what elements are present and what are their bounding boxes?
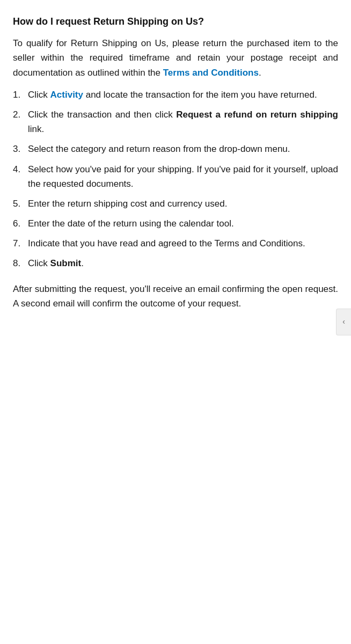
outro-paragraph: After submitting the request, you'll rec… xyxy=(13,282,338,311)
step-7: 7. Indicate that you have read and agree… xyxy=(13,236,338,251)
step-6-number: 6. xyxy=(13,216,28,231)
step-3-text: Select the category and return reason fr… xyxy=(28,142,338,156)
step-1-text: Click Activity and locate the transactio… xyxy=(28,87,338,102)
step-6-text: Enter the date of the return using the c… xyxy=(28,216,338,231)
steps-list: 1. Click Activity and locate the transac… xyxy=(13,87,338,271)
step-4-text: Select how you've paid for your shipping… xyxy=(28,162,338,191)
step-5: 5. Enter the return shipping cost and cu… xyxy=(13,196,338,211)
step-1: 1. Click Activity and locate the transac… xyxy=(13,87,338,102)
step-2-text-after-bold: link. xyxy=(28,124,44,134)
step-8-number: 8. xyxy=(13,256,28,270)
step-1-text-after-link: and locate the transaction for the item … xyxy=(83,90,317,100)
step-8-text-before-bold: Click xyxy=(28,258,50,268)
chevron-left-icon: ‹ xyxy=(342,316,345,328)
step-2-text: Click the transaction and then click Req… xyxy=(28,107,338,136)
step-2-number: 2. xyxy=(13,107,28,122)
terms-conditions-link[interactable]: Terms and Conditions xyxy=(163,68,259,78)
step-8: 8. Click Submit. xyxy=(13,256,338,270)
activity-link[interactable]: Activity xyxy=(50,90,83,100)
article-container: How do I request Return Shipping on Us? … xyxy=(13,15,338,311)
step-8-bold-text: Submit xyxy=(50,258,82,268)
step-7-text: Indicate that you have read and agreed t… xyxy=(28,236,338,251)
intro-paragraph: To qualify for Return Shipping on Us, pl… xyxy=(13,36,338,80)
step-4: 4. Select how you've paid for your shipp… xyxy=(13,162,338,191)
sidebar-toggle-button[interactable]: ‹ xyxy=(336,309,351,335)
step-3: 3. Select the category and return reason… xyxy=(13,142,338,156)
step-7-number: 7. xyxy=(13,236,28,251)
step-5-text: Enter the return shipping cost and curre… xyxy=(28,196,338,211)
step-2-text-before-bold: Click the transaction and then click xyxy=(28,109,176,120)
step-5-number: 5. xyxy=(13,196,28,211)
step-3-number: 3. xyxy=(13,142,28,156)
step-6: 6. Enter the date of the return using th… xyxy=(13,216,338,231)
step-4-number: 4. xyxy=(13,162,28,177)
step-8-text-after-bold: . xyxy=(81,258,84,268)
step-2-bold-text: Request a refund on return shipping xyxy=(176,109,338,120)
step-1-number: 1. xyxy=(13,87,28,102)
step-2: 2. Click the transaction and then click … xyxy=(13,107,338,136)
step-8-text: Click Submit. xyxy=(28,256,338,270)
intro-text-after-link: . xyxy=(259,68,261,78)
article-title: How do I request Return Shipping on Us? xyxy=(13,15,338,28)
step-1-text-before-link: Click xyxy=(28,90,50,100)
